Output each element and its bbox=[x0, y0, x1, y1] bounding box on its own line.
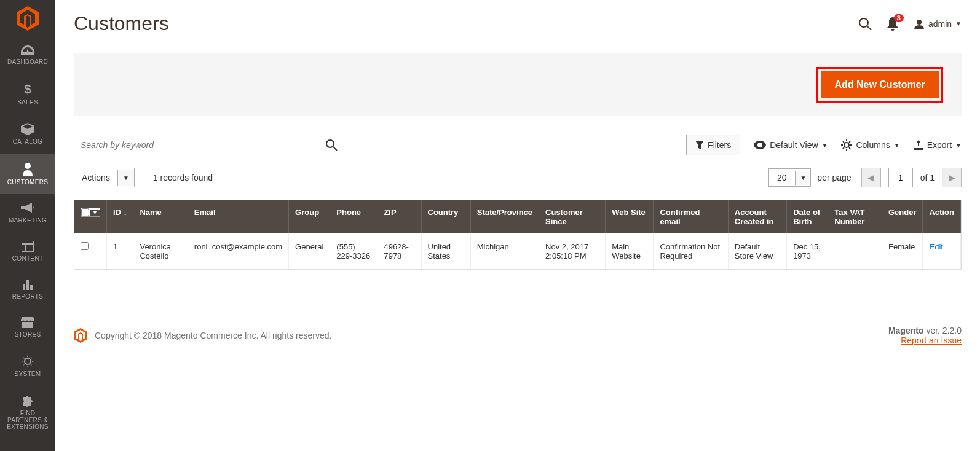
add-new-customer-button[interactable]: Add New Customer bbox=[821, 71, 939, 98]
default-view-button[interactable]: Default View ▼ bbox=[754, 140, 828, 150]
perpage-dropdown[interactable]: 20 ▼ bbox=[768, 168, 811, 187]
chevron-down-icon: ▼ bbox=[822, 142, 828, 149]
perpage-value: 20 bbox=[769, 169, 796, 186]
magento-logo-small bbox=[74, 328, 87, 343]
cell-state: Michigan bbox=[470, 233, 539, 269]
page-input[interactable] bbox=[888, 168, 913, 187]
svg-point-12 bbox=[326, 140, 334, 147]
nav-customers[interactable]: CUSTOMERS bbox=[0, 154, 55, 194]
col-confirmed[interactable]: Confirmed email bbox=[654, 200, 728, 233]
col-country[interactable]: Country bbox=[421, 200, 470, 233]
svg-point-11 bbox=[917, 20, 922, 25]
svg-point-1 bbox=[25, 163, 31, 169]
col-phone[interactable]: Phone bbox=[330, 200, 377, 233]
cell-website: Main Website bbox=[606, 233, 654, 269]
edit-link[interactable]: Edit bbox=[929, 242, 942, 251]
page-header: Customers 3 admin ▼ bbox=[55, 0, 980, 53]
svg-rect-6 bbox=[26, 280, 29, 290]
nav-content[interactable]: CONTENT bbox=[0, 232, 55, 270]
svg-line-13 bbox=[333, 147, 337, 151]
col-action[interactable]: Action bbox=[923, 200, 961, 233]
grid-toolbar: Filters Default View ▼ Columns ▼ Export … bbox=[55, 135, 980, 155]
person-icon bbox=[23, 162, 33, 176]
nav-sales[interactable]: $ SALES bbox=[0, 74, 55, 114]
col-name[interactable]: Name bbox=[133, 200, 188, 233]
actions-label: Actions bbox=[74, 168, 117, 187]
col-gender[interactable]: Gender bbox=[882, 200, 923, 233]
chart-icon bbox=[22, 279, 34, 290]
chevron-down-icon: ▼ bbox=[795, 171, 810, 185]
filters-label: Filters bbox=[708, 140, 731, 150]
col-tax-vat[interactable]: Tax VAT Number bbox=[828, 200, 882, 233]
actions-dropdown[interactable]: Actions ▼ bbox=[74, 168, 135, 187]
admin-user-menu[interactable]: admin ▼ bbox=[914, 18, 962, 29]
svg-rect-2 bbox=[22, 241, 34, 252]
svg-line-10 bbox=[867, 26, 871, 30]
gear-icon bbox=[841, 139, 852, 151]
svg-rect-7 bbox=[30, 285, 33, 290]
main-content: Customers 3 admin ▼ Add New Customer bbox=[55, 0, 980, 451]
row-checkbox[interactable] bbox=[81, 242, 89, 250]
chevron-down-icon: ▼ bbox=[894, 142, 900, 149]
notification-icon[interactable]: 3 bbox=[887, 17, 899, 31]
col-id[interactable]: ID↓ bbox=[106, 200, 133, 233]
search-icon[interactable] bbox=[858, 17, 872, 31]
report-issue-link[interactable]: Report an Issue bbox=[901, 335, 962, 345]
cell-phone: (555) 229-3326 bbox=[330, 233, 377, 269]
page-footer: Copyright © 2018 Magento Commerce Inc. A… bbox=[55, 307, 980, 364]
user-icon bbox=[914, 18, 925, 29]
cell-tax-vat bbox=[828, 233, 882, 269]
nav-label: MARKETING bbox=[9, 217, 47, 224]
next-page-button[interactable]: ▶ bbox=[942, 168, 962, 187]
highlight-box: Add New Customer bbox=[816, 67, 943, 103]
export-label: Export bbox=[927, 140, 952, 150]
col-group[interactable]: Group bbox=[289, 200, 330, 233]
magento-logo[interactable] bbox=[17, 6, 39, 31]
box-icon bbox=[21, 123, 34, 135]
grid-controls: Actions ▼ 1 records found 20 ▼ per page … bbox=[55, 168, 980, 187]
col-email[interactable]: Email bbox=[188, 200, 288, 233]
svg-text:$: $ bbox=[24, 82, 31, 96]
megaphone-icon bbox=[21, 203, 34, 214]
nav-stores[interactable]: STORES bbox=[0, 308, 55, 347]
cell-country: United States bbox=[421, 233, 470, 269]
select-all-checkbox[interactable]: ▼ bbox=[81, 208, 100, 217]
col-checkbox: ▼ bbox=[74, 200, 106, 233]
copyright-text: Copyright © 2018 Magento Commerce Inc. A… bbox=[95, 331, 331, 340]
col-dob[interactable]: Date of Birth bbox=[787, 200, 828, 233]
prev-page-button[interactable]: ◀ bbox=[861, 168, 881, 187]
nav-label: SALES bbox=[17, 99, 38, 106]
col-created-in[interactable]: Account Created in bbox=[728, 200, 786, 233]
upload-icon bbox=[914, 140, 923, 150]
col-website[interactable]: Web Site bbox=[606, 200, 654, 233]
version-prefix: Magento bbox=[888, 326, 924, 335]
eye-icon bbox=[754, 141, 766, 149]
col-since[interactable]: Customer Since bbox=[539, 200, 606, 233]
cell-id: 1 bbox=[106, 233, 133, 269]
cell-zip: 49628-7978 bbox=[377, 233, 421, 269]
notification-badge: 3 bbox=[894, 14, 904, 22]
nav-catalog[interactable]: CATALOG bbox=[0, 114, 55, 154]
filters-button[interactable]: Filters bbox=[686, 135, 740, 155]
nav-reports[interactable]: REPORTS bbox=[0, 270, 55, 308]
nav-partners[interactable]: FIND PARTNERS & EXTENSIONS bbox=[0, 386, 55, 439]
store-icon bbox=[21, 317, 34, 328]
export-button[interactable]: Export ▼ bbox=[914, 140, 962, 150]
nav-label: SYSTEM bbox=[15, 371, 41, 377]
perpage-label: per page bbox=[817, 173, 851, 182]
nav-marketing[interactable]: MARKETING bbox=[0, 194, 55, 232]
chevron-down-icon: ▼ bbox=[955, 20, 962, 27]
nav-label: CUSTOMERS bbox=[7, 179, 48, 186]
nav-label: DASHBOARD bbox=[7, 58, 48, 65]
svg-point-9 bbox=[859, 18, 868, 27]
nav-dashboard[interactable]: DASHBOARD bbox=[0, 37, 55, 74]
columns-button[interactable]: Columns ▼ bbox=[841, 139, 899, 151]
cell-group: General bbox=[289, 233, 330, 269]
search-submit-icon[interactable] bbox=[325, 139, 338, 151]
col-state[interactable]: State/Province bbox=[470, 200, 539, 233]
nav-system[interactable]: SYSTEM bbox=[0, 347, 55, 386]
cell-since: Nov 2, 2017 2:05:18 PM bbox=[539, 233, 606, 269]
col-zip[interactable]: ZIP bbox=[377, 200, 421, 233]
search-input[interactable] bbox=[81, 140, 325, 150]
cell-name: Veronica Costello bbox=[133, 233, 188, 269]
